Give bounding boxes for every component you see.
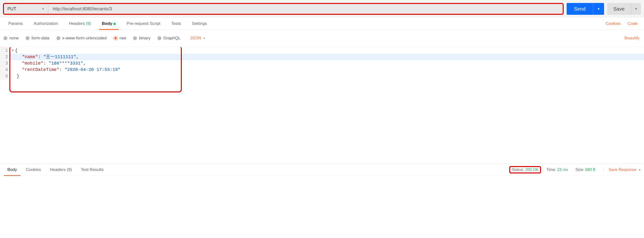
code-link[interactable]: Code [624, 18, 641, 30]
body-type-row: none form-data x-www-form-urlencoded raw… [0, 30, 644, 47]
radio-icon [158, 36, 161, 40]
body-format-select[interactable]: JSON ▼ [190, 36, 206, 41]
response-tabs: Body Cookies Headers (9) Test Results St… [0, 164, 644, 176]
request-url-input[interactable] [48, 4, 563, 14]
save-button[interactable]: Save ▼ [607, 3, 641, 15]
save-response-button[interactable]: Save Response ▼ [603, 168, 641, 172]
response-tab-cookies[interactable]: Cookies [22, 164, 45, 176]
send-dropdown-icon[interactable]: ▼ [593, 3, 604, 15]
line-gutter: 1 2 3 4 5 [0, 47, 9, 80]
beautify-link[interactable]: Beautify [621, 32, 640, 44]
radio-urlencoded[interactable]: x-www-form-urlencoded [56, 36, 107, 41]
save-button-label: Save [607, 3, 631, 15]
response-time: Time: 23 ms [544, 168, 570, 172]
save-dropdown-icon[interactable]: ▼ [631, 3, 641, 15]
fold-caret-icon[interactable]: ▾ [11, 48, 14, 53]
radio-formdata[interactable]: form-data [26, 36, 50, 41]
radio-icon-selected [114, 36, 118, 40]
tab-body[interactable]: Body [96, 18, 122, 30]
radio-icon [133, 36, 137, 40]
send-button-label: Send [567, 3, 593, 15]
tab-prerequest-script[interactable]: Pre-request Script [121, 18, 166, 30]
tab-tests[interactable]: Tests [166, 18, 186, 30]
tab-headers[interactable]: Headers (9) [64, 18, 96, 30]
radio-icon [4, 36, 8, 40]
modified-dot-icon [113, 23, 116, 25]
request-body-editor[interactable]: 1 2 3 4 5 ▾{ "name": "王一1111111", "mobil… [0, 47, 644, 80]
response-tab-body[interactable]: Body [3, 164, 22, 176]
request-input-group: PUT ▼ [3, 3, 564, 15]
cookies-link[interactable]: Cookies [602, 18, 624, 30]
http-method-value: PUT [8, 6, 16, 12]
request-tabs: Params Authorization Headers (9) Body Pr… [0, 18, 644, 30]
request-bar: PUT ▼ Send ▼ Save ▼ [0, 0, 644, 18]
response-tab-test-results[interactable]: Test Results [76, 164, 108, 176]
body-format-value: JSON [190, 36, 201, 41]
send-button[interactable]: Send ▼ [567, 3, 604, 15]
tab-authorization[interactable]: Authorization [28, 18, 64, 30]
radio-binary[interactable]: binary [133, 36, 150, 41]
radio-raw[interactable]: raw [114, 36, 126, 41]
response-tab-headers[interactable]: Headers (9) [45, 164, 76, 176]
status-badge: Status: 200 OK [509, 166, 541, 174]
tab-settings[interactable]: Settings [186, 18, 212, 30]
http-method-select[interactable]: PUT ▼ [4, 4, 48, 14]
radio-icon [26, 36, 30, 40]
chevron-down-icon: ▼ [203, 37, 206, 40]
response-size: Size: 680 B [573, 168, 598, 172]
radio-none[interactable]: none [4, 36, 19, 41]
chevron-down-icon: ▼ [638, 168, 641, 171]
tab-params[interactable]: Params [3, 18, 28, 30]
radio-icon [56, 36, 60, 40]
code-area[interactable]: ▾{ "name": "王一1111111", "mobile": "186**… [9, 47, 644, 80]
chevron-down-icon: ▼ [42, 7, 44, 10]
response-stats: Status: 200 OK Time: 23 ms Size: 680 B S… [509, 166, 641, 174]
radio-graphql[interactable]: GraphQL [158, 36, 180, 41]
